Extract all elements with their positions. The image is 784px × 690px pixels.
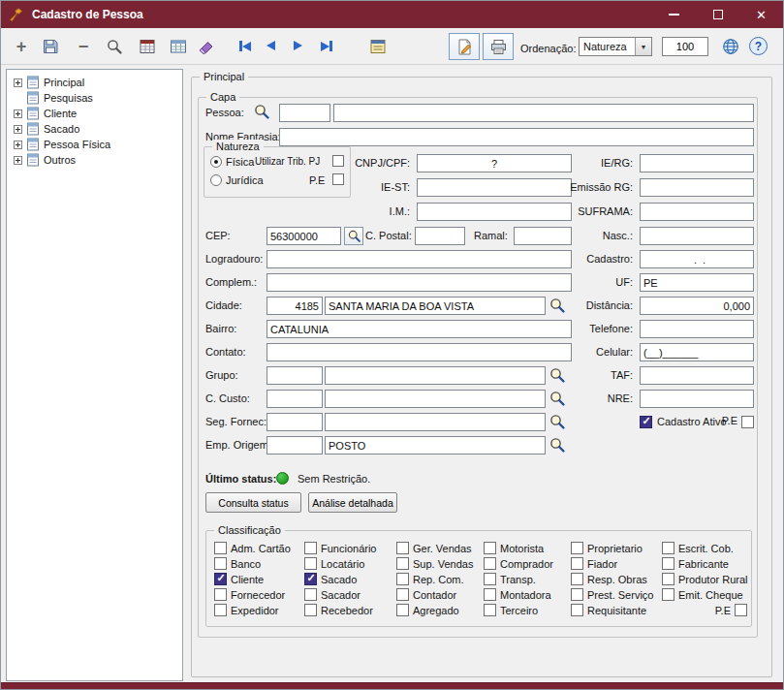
seg-fornec-code-input[interactable] (267, 413, 323, 431)
web-button[interactable] (722, 38, 739, 55)
classification-checkbox[interactable] (571, 573, 583, 585)
cadastro-ativo-pe-checkbox[interactable] (741, 416, 754, 428)
cep-input[interactable] (267, 227, 341, 245)
nav-last-button[interactable] (321, 41, 332, 51)
nasc-input[interactable] (640, 227, 754, 245)
emissao-rg-input[interactable] (640, 178, 754, 197)
celular-input[interactable] (640, 343, 754, 361)
classification-checkbox[interactable] (571, 588, 583, 601)
tree-item-pesquisas[interactable]: Pesquisas (7, 90, 182, 106)
add-button[interactable]: + (13, 38, 30, 55)
nav-prev-button[interactable] (267, 41, 275, 50)
expand-icon[interactable] (14, 125, 22, 134)
nre-input[interactable] (640, 390, 754, 408)
classification-checkbox[interactable] (214, 573, 227, 585)
classification-checkbox[interactable] (214, 557, 227, 570)
pessoa-lookup-icon[interactable] (253, 103, 270, 120)
classification-checkbox[interactable] (662, 588, 674, 601)
nav-first-button[interactable] (239, 41, 251, 51)
juridica-radio[interactable] (210, 174, 222, 186)
classification-checkbox[interactable] (662, 557, 674, 570)
cadastro-ativo-checkbox[interactable] (640, 416, 652, 428)
cnpj-cpf-input[interactable] (417, 154, 572, 172)
classification-checkbox[interactable] (484, 588, 496, 601)
ordenacao-select[interactable]: Natureza ▼ (579, 37, 652, 56)
ie-rg-input[interactable] (640, 154, 754, 172)
complem-input[interactable] (267, 273, 572, 292)
c-custo-code-input[interactable] (267, 390, 323, 408)
nome-fantasia-input[interactable] (279, 128, 754, 146)
classification-checkbox[interactable] (214, 542, 227, 554)
classification-checkbox[interactable] (304, 573, 317, 585)
save-button[interactable] (42, 38, 59, 55)
form-view-button[interactable] (369, 38, 387, 55)
tree-item-pessoa-fisica[interactable]: Pessoa Física (7, 137, 182, 152)
expand-icon[interactable] (14, 110, 22, 118)
classification-checkbox[interactable] (214, 588, 227, 601)
clear-button[interactable] (198, 38, 215, 55)
classification-checkbox[interactable] (484, 557, 496, 570)
print-button[interactable] (483, 33, 514, 60)
search-button[interactable] (106, 38, 123, 55)
telefone-input[interactable] (640, 320, 754, 338)
seg-fornec-lookup-icon[interactable] (549, 413, 566, 430)
classification-checkbox[interactable] (484, 542, 496, 554)
tree-item-principal[interactable]: Principal (7, 75, 182, 90)
classification-checkbox[interactable] (571, 604, 583, 616)
analise-detalhada-button[interactable]: Análise detalhada (308, 492, 397, 513)
classification-checkbox[interactable] (396, 604, 409, 616)
grupo-name-input[interactable] (325, 366, 546, 385)
tree-item-cliente[interactable]: Cliente (7, 106, 182, 121)
classification-checkbox[interactable] (304, 557, 317, 570)
classification-checkbox[interactable] (662, 542, 674, 554)
grupo-code-input[interactable] (267, 366, 323, 385)
c-postal-input[interactable] (415, 227, 465, 245)
classification-checkbox[interactable] (304, 588, 317, 601)
c-custo-name-input[interactable] (325, 390, 546, 408)
classification-checkbox[interactable] (304, 604, 317, 616)
tree-item-outros[interactable]: Outros (7, 152, 182, 168)
classification-checkbox[interactable] (214, 604, 227, 616)
nav-next-button[interactable] (294, 41, 302, 50)
classification-checkbox[interactable] (484, 573, 496, 585)
emp-origem-code-input[interactable] (267, 436, 323, 455)
classification-checkbox[interactable] (571, 557, 583, 570)
pessoa-code-input[interactable] (279, 104, 330, 122)
expand-icon[interactable] (14, 156, 22, 165)
ie-st-input[interactable] (417, 178, 572, 197)
logradouro-input[interactable] (267, 250, 572, 268)
emp-origem-name-input[interactable] (325, 436, 546, 455)
seg-fornec-name-input[interactable] (325, 413, 546, 431)
cep-lookup-button[interactable] (344, 227, 363, 245)
classification-checkbox[interactable] (662, 573, 674, 585)
consulta-status-button[interactable]: Consulta status (205, 492, 301, 513)
record-count-input[interactable] (662, 37, 708, 56)
contato-input[interactable] (267, 343, 572, 361)
expand-icon[interactable] (14, 78, 22, 87)
classification-checkbox[interactable] (396, 542, 409, 554)
maximize-button[interactable] (696, 1, 739, 28)
classification-checkbox[interactable] (396, 588, 409, 601)
distancia-input[interactable] (640, 297, 754, 315)
classification-checkbox[interactable] (484, 604, 496, 616)
pessoa-name-input[interactable] (333, 104, 754, 122)
help-button[interactable]: ? (749, 37, 768, 55)
classificacao-pe-checkbox[interactable] (735, 604, 747, 616)
classification-checkbox[interactable] (396, 573, 409, 585)
cadastro-input[interactable] (640, 250, 754, 268)
grid-button[interactable] (170, 38, 187, 55)
expand-icon[interactable] (14, 141, 22, 149)
cidade-code-input[interactable] (267, 297, 323, 315)
emp-origem-lookup-icon[interactable] (549, 436, 566, 454)
tree-item-sacado[interactable]: Sacado (7, 121, 182, 137)
classification-checkbox[interactable] (571, 542, 583, 554)
im-input[interactable] (417, 203, 572, 221)
bairro-input[interactable] (267, 320, 572, 338)
close-button[interactable]: ✕ (739, 1, 783, 28)
uf-input[interactable] (640, 273, 754, 292)
new-record-button[interactable] (449, 33, 480, 60)
suframa-input[interactable] (640, 203, 754, 221)
fisica-radio[interactable] (210, 156, 222, 168)
taf-input[interactable] (640, 366, 754, 385)
minimize-button[interactable] (652, 1, 696, 28)
